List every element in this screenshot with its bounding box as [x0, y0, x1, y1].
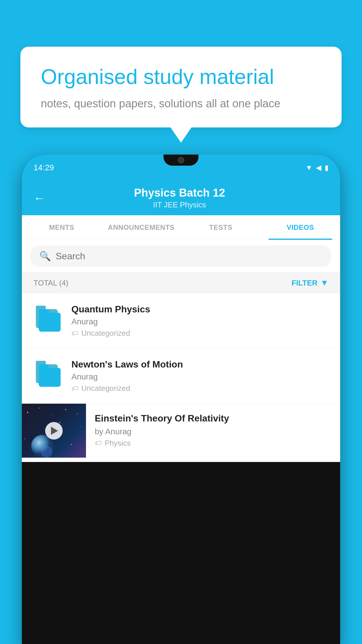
signal-icon: ◀ — [316, 164, 321, 172]
tag-label: Physics — [105, 439, 131, 448]
svg-point-7 — [59, 422, 60, 423]
video-title: Quantum Physics — [71, 304, 328, 315]
tab-announcements[interactable]: ANNOUNCEMENTS — [101, 215, 181, 240]
folder-thumbnail — [34, 305, 63, 337]
search-input-wrapper[interactable]: 🔍 — [31, 245, 331, 267]
tab-ments[interactable]: MENTS — [22, 215, 101, 240]
tag-label: Uncategorized — [81, 384, 130, 393]
search-icon: 🔍 — [39, 251, 51, 262]
svg-point-3 — [65, 409, 66, 410]
batch-subtitle: IIT JEE Physics — [54, 200, 305, 209]
battery-icon: ▮ — [325, 164, 328, 172]
app-header: ← Physics Batch 12 IIT JEE Physics — [22, 178, 340, 215]
video-author: Anurag — [71, 372, 328, 382]
video-author: by Anurag — [95, 427, 331, 436]
video-tag: 🏷 Uncategorized — [71, 384, 328, 393]
search-bar: 🔍 — [22, 240, 340, 272]
back-button[interactable]: ← — [34, 192, 45, 205]
wifi-icon: ▼ — [305, 164, 312, 172]
svg-point-0 — [27, 412, 28, 413]
folder-icon — [34, 361, 63, 391]
list-item[interactable]: Einstein's Theory Of Relativity by Anura… — [22, 404, 340, 462]
header-title-area: Physics Batch 12 IIT JEE Physics — [54, 187, 305, 209]
tag-icon: 🏷 — [71, 384, 78, 393]
video-author: Anurag — [71, 317, 328, 326]
svg-point-5 — [32, 424, 32, 424]
filter-label: FILTER — [291, 279, 317, 288]
batch-title: Physics Batch 12 — [54, 187, 305, 199]
video-list: Quantum Physics Anurag 🏷 Uncategorized N… — [22, 293, 340, 462]
video-tag: 🏷 Uncategorized — [71, 329, 328, 338]
video-title: Newton's Laws of Motion — [71, 359, 328, 370]
svg-point-2 — [51, 415, 51, 416]
phone-frame: 14:29 ▼ ◀ ▮ ← Physics Batch 12 IIT JEE P… — [22, 155, 340, 644]
status-time: 14:29 — [34, 163, 54, 172]
bubble-subtext: notes, question papers, solutions all at… — [41, 97, 321, 110]
svg-point-1 — [39, 408, 40, 409]
list-item[interactable]: Quantum Physics Anurag 🏷 Uncategorized — [22, 293, 340, 349]
video-thumbnail — [22, 404, 86, 458]
svg-point-9 — [24, 438, 25, 439]
filter-bar: TOTAL (4) FILTER ▼ — [22, 272, 340, 293]
status-icons: ▼ ◀ ▮ — [305, 164, 328, 172]
svg-point-14 — [41, 446, 52, 458]
search-input[interactable] — [56, 251, 323, 262]
folder-icon — [34, 306, 63, 335]
filter-button[interactable]: FILTER ▼ — [291, 278, 328, 288]
phone-notch — [164, 155, 198, 166]
svg-point-8 — [80, 427, 80, 427]
svg-point-12 — [83, 450, 83, 451]
folder-thumbnail — [34, 360, 63, 392]
tab-bar: MENTS ANNOUNCEMENTS TESTS VIDEOS — [22, 215, 340, 240]
tag-icon: 🏷 — [95, 439, 102, 447]
video-info: Einstein's Theory Of Relativity by Anura… — [86, 404, 340, 456]
video-tag: 🏷 Physics — [95, 439, 331, 448]
tab-tests[interactable]: TESTS — [181, 215, 261, 240]
speech-bubble: Organised study material notes, question… — [20, 47, 342, 127]
tab-videos[interactable]: VIDEOS — [261, 215, 340, 240]
total-count: TOTAL (4) — [34, 279, 68, 288]
status-bar: 14:29 ▼ ◀ ▮ — [22, 155, 340, 178]
video-title: Einstein's Theory Of Relativity — [95, 412, 331, 425]
video-info: Quantum Physics Anurag 🏷 Uncategorized — [71, 304, 328, 338]
list-item[interactable]: Newton's Laws of Motion Anurag 🏷 Uncateg… — [22, 349, 340, 404]
bubble-heading: Organised study material — [41, 64, 321, 89]
video-info: Newton's Laws of Motion Anurag 🏷 Uncateg… — [71, 359, 328, 393]
tag-icon: 🏷 — [71, 329, 78, 337]
tag-label: Uncategorized — [81, 329, 130, 338]
svg-point-11 — [71, 444, 72, 445]
svg-point-4 — [77, 414, 78, 414]
filter-icon: ▼ — [320, 278, 328, 288]
front-camera — [178, 157, 184, 163]
play-button[interactable] — [45, 422, 63, 440]
play-icon — [51, 427, 58, 435]
